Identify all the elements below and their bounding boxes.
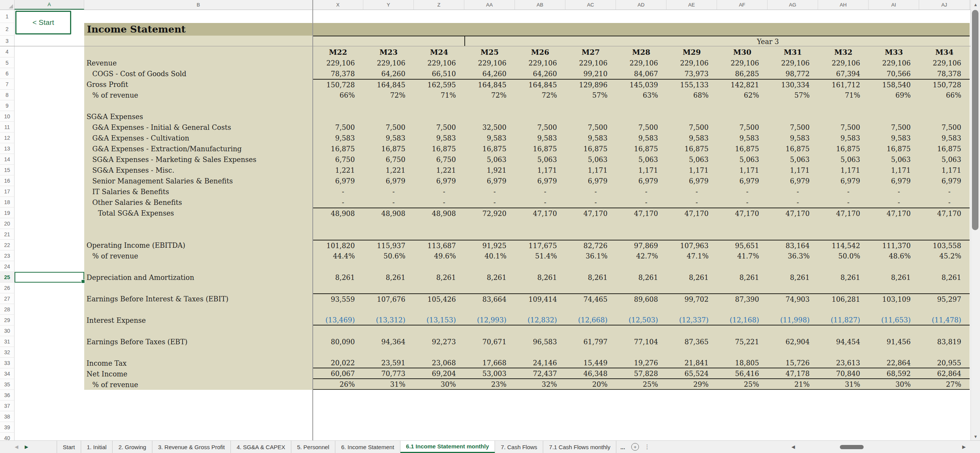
value-cell[interactable] <box>717 218 768 229</box>
value-cell[interactable] <box>414 261 464 272</box>
value-cell[interactable]: - <box>768 197 818 208</box>
value-cell[interactable]: 62,904 <box>768 336 818 347</box>
value-cell[interactable]: 16,875 <box>616 143 666 154</box>
row-label-cell[interactable]: Earnings Before Taxes (EBT) <box>84 336 313 347</box>
value-cell[interactable]: 98,772 <box>768 68 818 79</box>
value-cell[interactable]: 72% <box>363 90 414 100</box>
value-cell[interactable]: 6,979 <box>616 175 666 186</box>
value-cell[interactable]: 9,583 <box>818 132 869 143</box>
value-cell[interactable]: 16,875 <box>818 143 869 154</box>
value-cell[interactable]: 91,925 <box>464 240 515 250</box>
value-cell[interactable] <box>768 283 818 293</box>
cell[interactable] <box>414 36 464 46</box>
value-cell[interactable]: 77,104 <box>616 336 666 347</box>
value-cell[interactable] <box>768 422 818 433</box>
value-cell[interactable]: 16,875 <box>414 143 464 154</box>
value-cell[interactable] <box>313 390 363 401</box>
row-number[interactable]: 21 <box>0 229 15 240</box>
month-header[interactable]: M26 <box>515 46 565 57</box>
value-cell[interactable]: 57% <box>768 90 818 100</box>
value-cell[interactable]: 24,146 <box>515 358 565 368</box>
value-cell[interactable] <box>717 304 768 315</box>
tab-nav-next-icon[interactable]: ▶ <box>21 441 31 453</box>
value-cell[interactable] <box>464 304 515 315</box>
column-header-B[interactable]: B <box>84 0 313 10</box>
value-cell[interactable]: - <box>818 197 869 208</box>
value-cell[interactable]: 1,221 <box>363 165 414 175</box>
value-cell[interactable] <box>616 325 666 336</box>
value-cell[interactable]: 22,864 <box>869 358 919 368</box>
value-cell[interactable]: 47,170 <box>616 208 666 218</box>
value-cell[interactable]: - <box>565 197 616 208</box>
row-number[interactable]: 37 <box>0 401 15 411</box>
value-cell[interactable] <box>565 304 616 315</box>
value-cell[interactable]: 1,171 <box>869 165 919 175</box>
value-cell[interactable] <box>515 390 565 401</box>
value-cell[interactable] <box>515 347 565 358</box>
value-cell[interactable]: 158,540 <box>869 79 919 90</box>
value-cell[interactable]: - <box>919 186 970 197</box>
value-cell[interactable] <box>869 100 919 111</box>
value-cell[interactable]: (11,653) <box>869 315 919 325</box>
value-cell[interactable]: 1,171 <box>565 165 616 175</box>
value-cell[interactable] <box>919 229 970 240</box>
value-cell[interactable]: 72,920 <box>464 208 515 218</box>
cell[interactable] <box>84 100 313 111</box>
value-cell[interactable] <box>363 283 414 293</box>
row-label-cell[interactable]: Revenue <box>84 57 313 68</box>
value-cell[interactable]: 7,500 <box>717 122 768 132</box>
row-number[interactable]: 29 <box>0 315 15 325</box>
value-cell[interactable]: 5,063 <box>869 154 919 165</box>
cell[interactable] <box>15 100 84 111</box>
value-cell[interactable]: 229,106 <box>414 57 464 68</box>
value-cell[interactable]: 7,500 <box>363 122 414 132</box>
value-cell[interactable] <box>464 283 515 293</box>
value-cell[interactable]: 86,285 <box>717 68 768 79</box>
value-cell[interactable]: 9,583 <box>515 132 565 143</box>
value-cell[interactable]: 5,063 <box>515 154 565 165</box>
value-cell[interactable] <box>919 422 970 433</box>
value-cell[interactable]: 6,979 <box>717 175 768 186</box>
value-cell[interactable]: (12,832) <box>515 315 565 325</box>
value-cell[interactable] <box>313 433 363 440</box>
value-cell[interactable] <box>869 401 919 411</box>
value-cell[interactable] <box>565 411 616 422</box>
value-cell[interactable]: 36.1% <box>565 250 616 261</box>
value-cell[interactable] <box>666 283 717 293</box>
value-cell[interactable]: - <box>464 197 515 208</box>
value-cell[interactable]: 7,500 <box>313 122 363 132</box>
value-cell[interactable]: 229,106 <box>717 57 768 68</box>
value-cell[interactable]: 18,805 <box>717 358 768 368</box>
cell[interactable] <box>15 229 84 240</box>
value-cell[interactable]: 7,500 <box>666 122 717 132</box>
value-cell[interactable]: 19,276 <box>616 358 666 368</box>
value-cell[interactable] <box>515 283 565 293</box>
value-cell[interactable] <box>818 411 869 422</box>
value-cell[interactable] <box>717 422 768 433</box>
value-cell[interactable]: 66,510 <box>414 68 464 79</box>
value-cell[interactable]: 68% <box>666 90 717 100</box>
cell[interactable] <box>15 240 84 250</box>
value-cell[interactable]: 8,261 <box>515 272 565 283</box>
value-cell[interactable]: 7,500 <box>919 122 970 132</box>
cell[interactable] <box>313 10 363 23</box>
cell[interactable] <box>15 132 84 143</box>
row-label-cell[interactable]: SG&A Expenses <box>84 111 313 122</box>
row-label-cell[interactable]: Interest Expense <box>84 315 313 325</box>
value-cell[interactable]: 145,039 <box>616 79 666 90</box>
value-cell[interactable]: 8,261 <box>565 272 616 283</box>
value-cell[interactable] <box>515 433 565 440</box>
value-cell[interactable] <box>768 411 818 422</box>
value-cell[interactable]: 130,334 <box>768 79 818 90</box>
value-cell[interactable]: 25% <box>616 379 666 390</box>
cell[interactable] <box>515 10 565 23</box>
row-number[interactable]: 10 <box>0 111 15 122</box>
value-cell[interactable] <box>414 283 464 293</box>
value-cell[interactable]: 9,583 <box>666 132 717 143</box>
value-cell[interactable]: (13,469) <box>313 315 363 325</box>
cell[interactable] <box>15 208 84 218</box>
value-cell[interactable] <box>818 229 869 240</box>
value-cell[interactable] <box>717 283 768 293</box>
value-cell[interactable]: 164,845 <box>464 79 515 90</box>
row-label-cell[interactable]: Operating Income (EBITDA) <box>84 240 313 250</box>
